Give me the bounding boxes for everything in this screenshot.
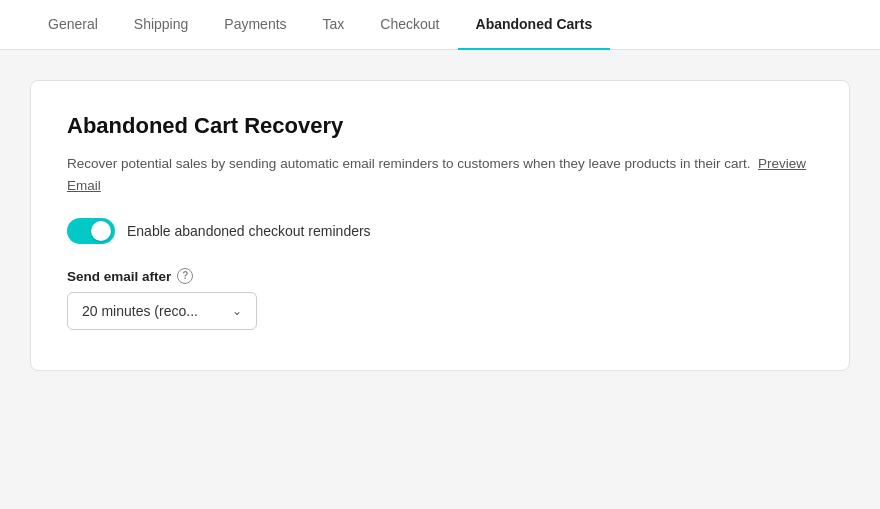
send-email-field: Send email after ? 20 minutes (reco... ⌄: [67, 268, 813, 330]
tab-payments[interactable]: Payments: [206, 0, 304, 50]
dropdown-value: 20 minutes (reco...: [82, 303, 198, 319]
tab-tax[interactable]: Tax: [305, 0, 363, 50]
enable-reminders-toggle[interactable]: [67, 218, 115, 244]
chevron-down-icon: ⌄: [232, 304, 242, 318]
toggle-row: Enable abandoned checkout reminders: [67, 218, 813, 244]
help-icon[interactable]: ?: [177, 268, 193, 284]
toggle-label: Enable abandoned checkout reminders: [127, 223, 371, 239]
tab-general[interactable]: General: [30, 0, 116, 50]
description-text: Recover potential sales by sending autom…: [67, 156, 751, 171]
page-wrapper: General Shipping Payments Tax Checkout A…: [0, 0, 880, 509]
tab-abandoned-carts[interactable]: Abandoned Carts: [458, 0, 611, 50]
tab-navigation: General Shipping Payments Tax Checkout A…: [0, 0, 880, 50]
card-title: Abandoned Cart Recovery: [67, 113, 813, 139]
abandoned-cart-card: Abandoned Cart Recovery Recover potentia…: [30, 80, 850, 371]
tab-shipping[interactable]: Shipping: [116, 0, 207, 50]
card-description: Recover potential sales by sending autom…: [67, 153, 813, 196]
field-label: Send email after ?: [67, 268, 813, 284]
send-after-dropdown[interactable]: 20 minutes (reco... ⌄: [67, 292, 257, 330]
tab-checkout[interactable]: Checkout: [362, 0, 457, 50]
field-label-text: Send email after: [67, 269, 171, 284]
toggle-slider: [67, 218, 115, 244]
main-content: Abandoned Cart Recovery Recover potentia…: [0, 50, 880, 509]
